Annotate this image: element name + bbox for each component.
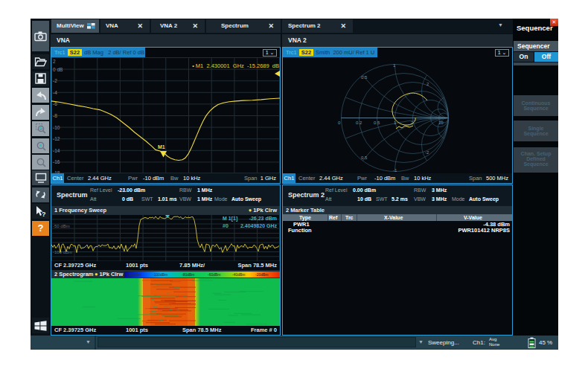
svg-text:M1: M1: [158, 144, 165, 150]
svg-text:0.5: 0.5: [361, 75, 368, 80]
svg-text:M 1[1]: M 1[1]: [223, 216, 237, 222]
svg-text:-8: -8: [53, 113, 57, 118]
svg-text:-26.23 dBm: -26.23 dBm: [249, 216, 277, 221]
svg-text:0 dB: 0 dB: [53, 67, 63, 72]
svg-text:-2: -2: [425, 150, 429, 155]
svg-text:2.4049820 GHz: 2.4049820 GHz: [240, 223, 278, 228]
svg-text:-16: -16: [53, 159, 60, 164]
svg-text:2: 2: [53, 59, 56, 64]
svg-text:#0: #0: [223, 223, 229, 228]
svg-text:-2: -2: [53, 78, 57, 83]
svg-text:• M1 2.430001 GHz -15.2689: • M1 2.430001 GHz -15.2689 dB: [192, 62, 279, 69]
svg-text:2: 2: [426, 82, 429, 86]
svg-text:0: 0: [338, 121, 341, 125]
svg-text:-14: -14: [53, 148, 60, 153]
svg-text:-100 dBm: -100 dBm: [53, 250, 72, 254]
svg-text:0.2: 0.2: [356, 121, 362, 125]
svg-text:?: ?: [42, 211, 46, 217]
svg-text:0.5: 0.5: [374, 121, 380, 125]
svg-text:-1: -1: [393, 168, 397, 173]
svg-text:-12: -12: [53, 136, 60, 141]
svg-text:-50 dBm: -50 dBm: [53, 224, 70, 228]
svg-text:-4: -4: [53, 90, 57, 95]
svg-text:1: 1: [393, 63, 396, 68]
svg-text:10: 10: [438, 121, 444, 125]
svg-text:-6: -6: [53, 101, 57, 106]
svg-text:-10: -10: [53, 125, 60, 130]
svg-text:0.5: 0.5: [361, 155, 368, 160]
